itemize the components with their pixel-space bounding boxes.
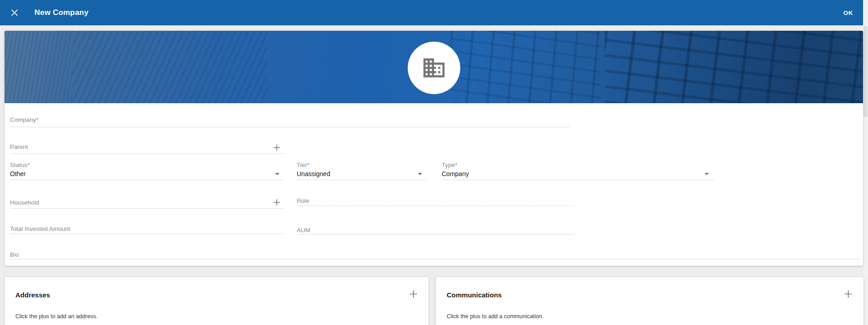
total-invested-amount-input[interactable] xyxy=(10,225,284,234)
vertical-scrollbar[interactable] xyxy=(863,0,868,325)
plus-icon xyxy=(273,198,281,206)
plus-icon xyxy=(844,289,853,299)
add-household-button[interactable] xyxy=(272,198,281,207)
bio-input[interactable] xyxy=(10,250,861,259)
status-select-label: Status* xyxy=(10,162,30,168)
parent-field: Parent xyxy=(10,143,284,154)
parent-input[interactable] xyxy=(10,143,284,153)
tier-selected-value: Unassigned xyxy=(297,170,330,178)
aum-field: AUM xyxy=(297,226,574,234)
banner-pattern xyxy=(451,31,600,103)
total-invested-amount-field: Total Invested Amount xyxy=(10,225,284,234)
company-form-card: Company* Parent Status* Other Tier* Unas… xyxy=(5,31,863,266)
communications-title: Communications xyxy=(447,291,502,299)
addresses-card: Addresses Click the plus to add an addre… xyxy=(5,277,429,325)
close-icon xyxy=(10,8,19,17)
banner-pattern xyxy=(605,31,863,103)
communications-card: Communications Click the plus to add a c… xyxy=(436,277,863,325)
company-input[interactable] xyxy=(10,115,570,127)
addresses-title: Addresses xyxy=(15,291,50,299)
add-address-button[interactable] xyxy=(408,288,419,299)
role-field: Role xyxy=(297,196,574,206)
banner-image xyxy=(5,31,863,103)
aum-input[interactable] xyxy=(297,226,574,234)
tier-select[interactable]: Tier* Unassigned xyxy=(297,162,427,180)
type-select[interactable]: Type* Company xyxy=(442,162,714,180)
company-avatar xyxy=(408,42,460,94)
app-bar: New Company OK xyxy=(0,0,863,25)
tier-select-label: Tier* xyxy=(297,162,309,168)
household-field: Household xyxy=(10,198,284,209)
add-parent-button[interactable] xyxy=(272,143,281,152)
type-select-label: Type* xyxy=(442,162,458,168)
ok-button[interactable]: OK xyxy=(844,10,853,16)
role-input xyxy=(297,196,574,206)
caret-down-icon xyxy=(275,173,280,175)
household-input[interactable] xyxy=(10,198,284,208)
close-button[interactable] xyxy=(10,8,19,17)
page-title: New Company xyxy=(34,8,88,17)
banner-pattern xyxy=(5,31,72,103)
scrollbar-thumb[interactable] xyxy=(863,26,868,117)
bio-field: Bio xyxy=(10,250,861,259)
status-selected-value: Other xyxy=(10,170,26,178)
company-field: Company* xyxy=(10,115,570,127)
caret-down-icon xyxy=(704,173,709,175)
addresses-hint: Click the plus to add an address. xyxy=(15,313,97,320)
status-select[interactable]: Status* Other xyxy=(10,162,284,180)
type-selected-value: Company xyxy=(442,170,469,178)
plus-icon xyxy=(273,143,281,152)
add-communication-button[interactable] xyxy=(843,288,854,299)
caret-down-icon xyxy=(418,173,422,175)
communications-hint: Click the plus to add a communication. xyxy=(447,313,544,320)
plus-icon xyxy=(409,289,418,299)
banner-pattern xyxy=(72,31,267,103)
building-icon xyxy=(421,55,447,81)
